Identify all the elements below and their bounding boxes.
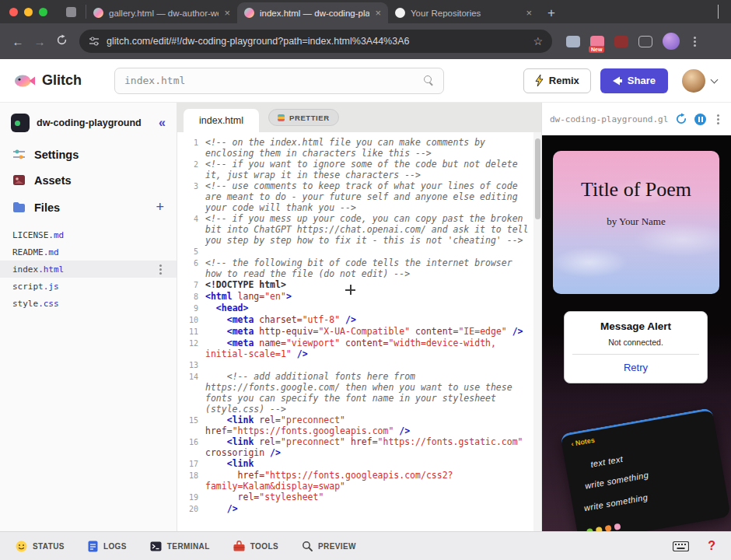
code-line[interactable]: 6<!-- the following bit of code tells th… — [177, 257, 541, 279]
code-line[interactable]: 16 <link rel="preconnect" href="https://… — [177, 436, 541, 458]
address-bar[interactable]: glitch.com/edit/#!/dw-coding-playground?… — [79, 30, 552, 53]
code-line[interactable]: 4<!-- if you mess up your code, you can … — [177, 213, 541, 246]
new-tab-button[interactable]: + — [539, 2, 564, 23]
preview-button[interactable]: PREVIEW — [302, 541, 356, 551]
sidebar-item-files[interactable]: Files + — [0, 193, 177, 222]
help-button[interactable]: ? — [708, 539, 715, 553]
project-name: dw-coding-playground — [37, 117, 152, 128]
line-content — [205, 359, 541, 371]
terminal-button[interactable]: TERMINAL — [150, 541, 210, 551]
prettier-icon — [278, 114, 285, 121]
preview-pause-icon[interactable] — [694, 114, 706, 125]
logs-button[interactable]: LOGS — [88, 541, 127, 552]
glitch-logo[interactable]: Glitch — [14, 72, 82, 89]
account-chevron-down-icon[interactable] — [711, 75, 719, 83]
code-line[interactable]: 14 <!-- add additional fonts here from h… — [177, 371, 541, 415]
terminal-label: TERMINAL — [167, 542, 210, 551]
code-line[interactable]: 17 <link — [177, 458, 541, 470]
code-line[interactable]: 1<!-- on the index.html file you can mak… — [177, 137, 541, 159]
file-options-icon[interactable] — [159, 268, 162, 271]
pinned-tab-favicon-icon — [66, 7, 76, 17]
editor-tab-index[interactable]: index.html — [184, 109, 259, 132]
browser-menu-icon[interactable] — [694, 40, 696, 43]
line-content: <!-- add additional fonts here from http… — [205, 371, 541, 415]
chevron-down-icon — [718, 5, 719, 19]
file-item-readme[interactable]: README.md — [0, 243, 177, 261]
project-avatar-icon — [11, 114, 30, 132]
url-text[interactable]: glitch.com/edit/#!/dw-coding-playground?… — [107, 36, 526, 47]
code-line[interactable]: 7<!DOCTYPE html> — [177, 279, 541, 291]
reload-button[interactable] — [51, 34, 72, 48]
search-icon — [424, 75, 434, 86]
user-avatar[interactable] — [682, 69, 705, 93]
prettier-label: PRETTIER — [289, 114, 330, 122]
site-settings-icon[interactable] — [89, 36, 100, 47]
browser-tab-index-active[interactable]: index.html — dw-coding-play × — [237, 2, 388, 23]
code-line[interactable]: 12 <meta name="viewport" content="width=… — [177, 338, 541, 359]
prettier-button[interactable]: PRETTIER — [268, 109, 339, 126]
editor-scrollbar-thumb[interactable] — [535, 138, 540, 219]
magnifier-icon — [302, 541, 313, 551]
sidebar-item-assets[interactable]: Assets — [0, 167, 177, 193]
file-name: README — [12, 247, 44, 257]
code-line[interactable]: 18 href="https://fonts.googleapis.com/cs… — [177, 470, 541, 492]
extension-bookmark-icon[interactable] — [614, 36, 628, 47]
minimize-window-button[interactable] — [24, 8, 33, 16]
project-header[interactable]: dw-coding-playground « — [0, 109, 177, 142]
search-input[interactable]: index.html — [114, 68, 444, 94]
code-line[interactable]: 9 <head> — [177, 303, 541, 314]
file-name: index — [12, 264, 38, 275]
close-tab-icon[interactable]: × — [375, 7, 381, 19]
code-area[interactable]: 1<!-- on the index.html file you can mak… — [177, 132, 541, 531]
sidebar-item-label: Files — [34, 201, 60, 214]
extensions-icon[interactable] — [638, 36, 652, 47]
code-line[interactable]: 15 <link rel="preconnect" href="https://… — [177, 415, 541, 436]
remix-button[interactable]: Remix — [523, 68, 591, 93]
retry-button[interactable]: Retry — [572, 362, 699, 373]
status-button[interactable]: STATUS — [16, 541, 65, 552]
promo-icon[interactable]: New — [590, 36, 604, 47]
code-line[interactable]: 2<!-- if you want to ignore some of the … — [177, 159, 541, 180]
tab-search-button[interactable] — [712, 5, 725, 19]
forward-button[interactable]: → — [30, 35, 50, 48]
back-button[interactable]: ← — [8, 35, 28, 48]
collapse-sidebar-button[interactable]: « — [159, 116, 166, 130]
pinned-tab[interactable] — [57, 5, 86, 19]
toolbar-extensions: New — [560, 33, 706, 50]
share-button[interactable]: Share — [600, 68, 668, 93]
code-line[interactable]: 19 rel="stylesheet" — [177, 492, 541, 503]
file-item-index-selected[interactable]: index.html — [0, 261, 177, 278]
main-content: dw-coding-playground « Settings Assets F… — [0, 103, 731, 531]
code-line[interactable]: 13 — [177, 359, 541, 371]
file-item-script[interactable]: script.js — [0, 278, 177, 295]
file-item-style[interactable]: style.css — [0, 295, 177, 312]
code-line[interactable]: 3<!-- use comments to keep track of what… — [177, 180, 541, 213]
sidebar-item-settings[interactable]: Settings — [0, 142, 177, 167]
close-window-button[interactable] — [9, 8, 18, 16]
tools-button[interactable]: TOOLS — [233, 541, 278, 551]
code-line[interactable]: 8<html lang="en"> — [177, 291, 541, 303]
browser-profile-avatar[interactable] — [663, 33, 680, 50]
close-tab-icon[interactable]: × — [224, 7, 230, 19]
browser-tab-gallery[interactable]: gallery.html — dw-author-wel × — [86, 2, 237, 23]
file-ext: .html — [38, 264, 64, 275]
zoom-window-button[interactable] — [39, 8, 47, 16]
code-line[interactable]: 10 <meta charset="utf-8" /> — [177, 314, 541, 326]
emoji-row — [586, 523, 621, 531]
side-panel-icon[interactable] — [566, 36, 580, 47]
browser-tab-github[interactable]: Your Repositories × — [388, 2, 539, 23]
code-line[interactable]: 5 — [177, 246, 541, 257]
bookmark-star-icon[interactable]: ☆ — [533, 35, 543, 47]
line-number: 9 — [177, 303, 205, 314]
keyboard-icon[interactable] — [673, 541, 689, 551]
preview-menu-icon[interactable] — [717, 118, 719, 121]
close-tab-icon[interactable]: × — [526, 7, 532, 19]
code-line[interactable]: 20 /> — [177, 503, 541, 515]
add-file-button[interactable]: + — [156, 199, 164, 215]
preview-refresh-icon[interactable] — [675, 113, 687, 125]
poem-title: Title of Poem — [553, 176, 719, 203]
file-name: LICENSE — [12, 230, 48, 240]
code-line[interactable]: 11 <meta http-equiv="X-UA-Compatible" co… — [177, 326, 541, 338]
logs-label: LOGS — [103, 542, 127, 551]
file-item-license[interactable]: LICENSE.md — [0, 226, 177, 243]
